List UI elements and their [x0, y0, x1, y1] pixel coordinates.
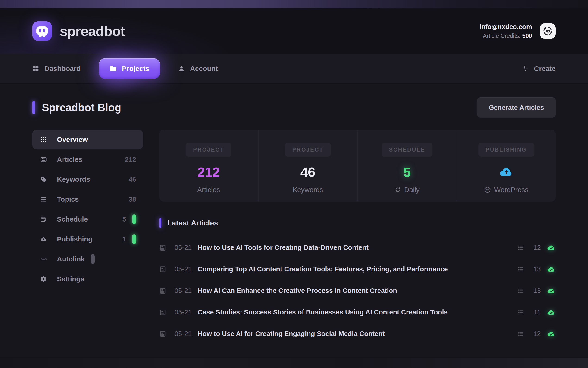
sidebar-item-keywords[interactable]: Keywords 46 — [32, 170, 143, 189]
article-section-count: 12 — [530, 244, 541, 251]
stat-label: Articles — [197, 186, 220, 194]
article-row[interactable]: 05-21 How to Use AI for Creating Engagin… — [159, 323, 556, 345]
sidebar-item-overview[interactable]: Overview — [32, 130, 143, 149]
account-meta: info@nxdco.com Article Credits:500 — [480, 23, 532, 39]
page-header: Spreadbot Blog Generate Articles — [32, 97, 556, 118]
calendar-edit-icon — [39, 216, 48, 223]
window-top-gradient — [0, 0, 588, 8]
window-bottom-edge — [0, 357, 588, 368]
nav-label-dashboard: Dashboard — [44, 65, 81, 73]
article-section-count: 13 — [530, 287, 541, 294]
main-nav: Dashboard Projects Account Create — [0, 54, 588, 84]
nav-item-account[interactable]: Account — [178, 65, 218, 73]
article-credits: Article Credits:500 — [480, 32, 532, 39]
sidebar-item-autolink[interactable]: Autolink — [32, 249, 143, 269]
stat-label: Daily — [395, 186, 420, 194]
article-title: Comparing Top AI Content Creation Tools:… — [198, 265, 448, 273]
latest-articles-header: Latest Articles — [159, 218, 556, 228]
stat-card-publishing: PUBLISHING W WordPress — [456, 130, 556, 202]
app-header: spreadbot info@nxdco.com Article Credits… — [0, 8, 588, 54]
stat-card-articles: PROJECT 212 Articles — [159, 130, 258, 202]
article-title: Case Studies: Success Stories of Busines… — [198, 308, 448, 316]
sparkles-icon — [522, 65, 529, 72]
article-section-count: 12 — [530, 330, 541, 338]
newspaper-icon — [159, 287, 166, 294]
person-icon — [178, 65, 185, 72]
sidebar-label: Topics — [57, 195, 79, 203]
sidebar-label: Overview — [57, 136, 88, 143]
sidebar-item-topics[interactable]: Topics 38 — [32, 190, 143, 209]
article-title: How to Use AI Tools for Creating Data-Dr… — [198, 244, 369, 251]
published-cloud-check-icon — [547, 243, 556, 252]
bot-face-icon — [32, 21, 52, 41]
published-cloud-check-icon — [547, 286, 556, 295]
overview-grid-icon — [39, 136, 48, 143]
stat-badge: PROJECT — [285, 143, 331, 157]
nav-item-dashboard[interactable]: Dashboard — [32, 65, 81, 73]
stat-label-text: WordPress — [494, 186, 528, 194]
credits-label: Article Credits: — [483, 32, 521, 39]
brand[interactable]: spreadbot — [32, 21, 125, 41]
main-content: Spreadbot Blog Generate Articles Overvie… — [0, 84, 588, 345]
article-row[interactable]: 05-21 Case Studies: Success Stories of B… — [159, 302, 556, 323]
sidebar-label: Publishing — [57, 235, 92, 243]
stat-card-keywords: PROJECT 46 Keywords — [258, 130, 357, 202]
sidebar-count: 46 — [129, 176, 136, 183]
stat-label: W WordPress — [484, 186, 528, 194]
sidebar-count: 1 — [123, 235, 126, 243]
folder-icon — [109, 65, 117, 72]
link-icon — [39, 256, 48, 263]
article-row[interactable]: 05-21 Comparing Top AI Content Creation … — [159, 258, 556, 280]
stat-card-schedule: SCHEDULE 5 Daily — [357, 130, 456, 202]
stat-label-text: Daily — [404, 186, 420, 194]
newspaper-icon — [159, 331, 166, 337]
published-cloud-check-icon — [547, 265, 556, 274]
sidebar-count: 5 — [123, 215, 126, 223]
article-date: 05-21 — [175, 265, 198, 273]
project-sidebar: Overview Articles 212 — [32, 130, 143, 289]
sidebar-item-articles[interactable]: Articles 212 — [32, 150, 143, 169]
article-date: 05-21 — [175, 287, 198, 294]
article-date: 05-21 — [175, 330, 198, 338]
list-icon — [517, 287, 524, 294]
cloud-upload-icon — [499, 164, 514, 180]
wordpress-icon: W — [484, 186, 491, 193]
sidebar-item-publishing[interactable]: Publishing 1 — [32, 230, 143, 249]
stat-label: Keywords — [293, 186, 323, 194]
sidebar-item-schedule[interactable]: Schedule 5 — [32, 210, 143, 229]
sidebar-label: Settings — [57, 275, 84, 283]
stat-label-text: Keywords — [293, 186, 323, 194]
sidebar-label: Schedule — [57, 215, 88, 223]
list-icon — [517, 331, 524, 337]
dashboard-grid-icon — [32, 65, 39, 72]
gear-icon — [39, 276, 48, 283]
stat-value-articles: 212 — [197, 164, 220, 180]
nav-label-account: Account — [190, 65, 218, 73]
newspaper-icon — [159, 309, 166, 316]
avatar-bot-icon — [542, 26, 553, 36]
sidebar-label: Autolink — [57, 255, 85, 263]
nav-item-projects-active[interactable]: Projects — [99, 58, 160, 79]
nav-item-create[interactable]: Create — [522, 65, 556, 73]
sidebar-count: 212 — [125, 156, 136, 163]
sync-icon — [395, 186, 401, 193]
article-title: How AI Can Enhance the Creative Process … — [198, 287, 397, 294]
sidebar-label: Articles — [57, 156, 82, 163]
stat-cloud-upload — [499, 164, 514, 180]
cloud-upload-icon — [39, 235, 48, 243]
sidebar-count: 38 — [129, 196, 136, 203]
newspaper-icon — [39, 156, 48, 163]
stat-badge: PUBLISHING — [478, 143, 534, 157]
article-row[interactable]: 05-21 How to Use AI Tools for Creating D… — [159, 237, 556, 258]
svg-text:W: W — [486, 188, 489, 192]
stat-badge: PROJECT — [186, 143, 231, 157]
generate-articles-button[interactable]: Generate Articles — [477, 97, 556, 118]
published-cloud-check-icon — [547, 308, 556, 317]
nav-label-create: Create — [534, 65, 556, 73]
stat-value-schedule: 5 — [403, 164, 411, 180]
article-row[interactable]: 05-21 How AI Can Enhance the Creative Pr… — [159, 280, 556, 302]
newspaper-icon — [159, 244, 166, 251]
credits-value: 500 — [522, 32, 532, 39]
user-avatar[interactable] — [540, 23, 556, 39]
sidebar-item-settings[interactable]: Settings — [32, 269, 143, 289]
